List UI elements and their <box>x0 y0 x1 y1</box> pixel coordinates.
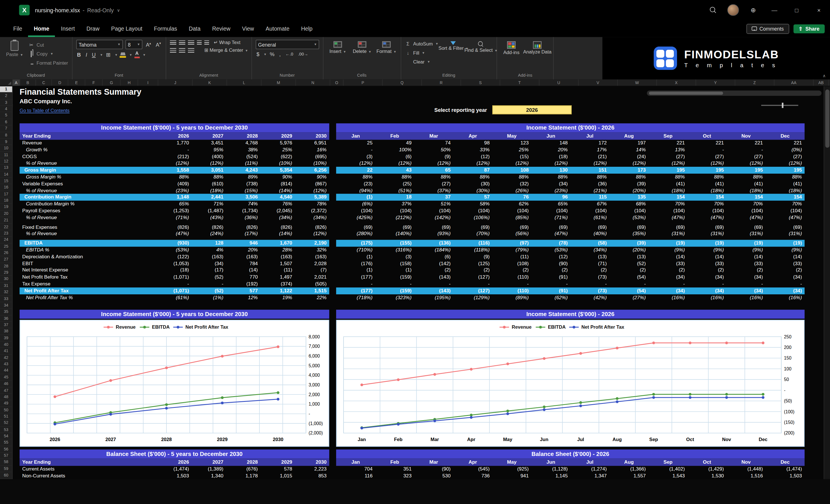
cell[interactable]: (12%) <box>727 160 765 167</box>
row-number-32[interactable]: 32 <box>0 289 12 296</box>
cell[interactable]: 704 <box>336 466 375 473</box>
row-number-7[interactable]: 7 <box>0 126 12 132</box>
cell[interactable]: (104) <box>336 208 375 214</box>
cell[interactable]: (39) <box>609 181 648 187</box>
cell[interactable]: (11%) <box>226 160 260 167</box>
column-header-cell[interactable]: Oct <box>688 132 727 140</box>
cell[interactable]: 2,190 <box>295 240 329 247</box>
cell[interactable]: (52) <box>192 274 226 281</box>
cell[interactable]: (1,128) <box>532 466 570 473</box>
cell[interactable]: 65% <box>157 201 192 208</box>
cell[interactable]: 221 <box>727 140 765 147</box>
cell[interactable]: (12%) <box>157 160 192 167</box>
font-size-select[interactable]: 8▾ <box>125 40 142 49</box>
underline-button[interactable]: U <box>91 52 97 58</box>
cell[interactable]: 88% <box>336 174 375 181</box>
cell[interactable]: 530 <box>414 473 453 479</box>
row-number-49[interactable]: 49 <box>0 401 12 407</box>
font-color-button[interactable]: A <box>134 52 140 58</box>
cell[interactable]: (826) <box>157 224 192 230</box>
cell[interactable]: (163) <box>295 253 329 260</box>
menu-tab-automate[interactable]: Automate <box>260 20 295 37</box>
row-number-13[interactable]: 13 <box>0 165 12 171</box>
cell[interactable]: - <box>336 281 375 287</box>
cell[interactable]: (316%) <box>375 247 414 253</box>
cell[interactable]: 1,122 <box>261 287 295 294</box>
cell[interactable]: (27) <box>688 153 727 160</box>
cell[interactable]: 123 <box>492 140 531 147</box>
analyze-data-button[interactable]: Analyze Data <box>525 40 549 55</box>
row-number-3[interactable]: 3 <box>0 99 12 106</box>
cell[interactable]: (12%) <box>414 160 453 167</box>
cell[interactable]: (2) <box>414 267 453 274</box>
cell[interactable]: 351 <box>375 466 414 473</box>
cell[interactable]: - <box>336 147 375 153</box>
row-number-18[interactable]: 18 <box>0 198 12 204</box>
menu-tab-insert[interactable]: Insert <box>55 20 81 37</box>
cell[interactable]: 1,503 <box>766 473 804 479</box>
row-number-59[interactable]: 59 <box>0 466 12 472</box>
cell[interactable]: (54) <box>609 287 648 294</box>
cell[interactable]: - <box>492 281 531 287</box>
row-number-57[interactable]: 57 <box>0 453 12 460</box>
cell[interactable]: 18 <box>375 194 414 201</box>
cell[interactable]: 76 <box>492 194 531 201</box>
cell[interactable]: (34) <box>727 287 765 294</box>
cell[interactable]: (9) <box>414 153 453 160</box>
column-header-cell[interactable]: May <box>492 459 531 466</box>
cell[interactable]: 323 <box>375 473 414 479</box>
cell[interactable]: 32% <box>295 247 329 253</box>
cell[interactable]: (79%) <box>492 247 531 253</box>
cell[interactable]: 95% <box>192 147 226 153</box>
cell[interactable]: 130 <box>532 167 570 174</box>
cell[interactable]: 195 <box>727 167 765 174</box>
align-left-icon[interactable] <box>170 48 176 53</box>
cell[interactable]: 62% <box>492 201 531 208</box>
cell[interactable]: (69) <box>609 224 648 230</box>
cell[interactable]: (12%) <box>295 230 329 238</box>
cell[interactable]: 151 <box>570 167 609 174</box>
column-header-Q[interactable]: Q <box>383 80 422 86</box>
cell[interactable]: 736 <box>453 473 492 479</box>
cell[interactable]: 128 <box>192 240 226 247</box>
cell[interactable]: 6,256 <box>295 167 329 174</box>
cell[interactable]: - <box>532 281 570 287</box>
cell[interactable]: (47%) <box>648 214 687 221</box>
title-caret-icon[interactable]: ∨ <box>117 8 120 12</box>
cell[interactable]: (90) <box>414 466 453 473</box>
cell[interactable]: (622) <box>261 153 295 160</box>
search-button[interactable] <box>703 0 723 20</box>
cell[interactable]: 4,540 <box>261 194 295 201</box>
align-bottom-icon[interactable] <box>188 40 194 45</box>
cell[interactable]: (18%) <box>766 187 804 194</box>
cell[interactable]: (17%) <box>226 230 260 238</box>
cell[interactable]: (12%) <box>492 160 531 167</box>
column-header-cell[interactable]: Aug <box>609 132 648 140</box>
cell[interactable]: (10%) <box>295 160 329 167</box>
column-header-P[interactable]: P <box>344 80 383 86</box>
cell[interactable]: (104) <box>648 208 687 214</box>
comments-button[interactable]: Comments <box>746 24 789 33</box>
cell[interactable]: (34) <box>192 260 226 267</box>
column-header-X[interactable]: X <box>657 80 696 86</box>
column-header-cell[interactable]: Jan <box>336 459 375 466</box>
row-number-12[interactable]: 12 <box>0 158 12 165</box>
cell[interactable]: 71% <box>192 201 226 208</box>
cell[interactable]: 98 <box>453 140 492 147</box>
column-header-O[interactable]: O <box>330 80 344 86</box>
cell[interactable]: (40%) <box>570 230 609 238</box>
cell[interactable]: (12%) <box>192 160 226 167</box>
row-number-16[interactable]: 16 <box>0 185 12 191</box>
autosum-button[interactable]: ΣAutoSum▾ <box>405 40 438 48</box>
cell[interactable]: (97) <box>492 240 531 247</box>
cell[interactable]: (1) <box>336 267 375 274</box>
column-header-N[interactable]: N <box>296 80 330 86</box>
cell[interactable]: (12%) <box>688 160 727 167</box>
cell[interactable]: 3,051 <box>192 167 226 174</box>
cell[interactable]: (143) <box>414 274 453 281</box>
row-number-28[interactable]: 28 <box>0 263 12 270</box>
column-header-cell[interactable]: 2028 <box>226 459 260 466</box>
cell[interactable]: 37% <box>375 201 414 208</box>
vertical-scrollbar[interactable] <box>824 86 830 479</box>
cell[interactable]: (53%) <box>609 214 648 221</box>
